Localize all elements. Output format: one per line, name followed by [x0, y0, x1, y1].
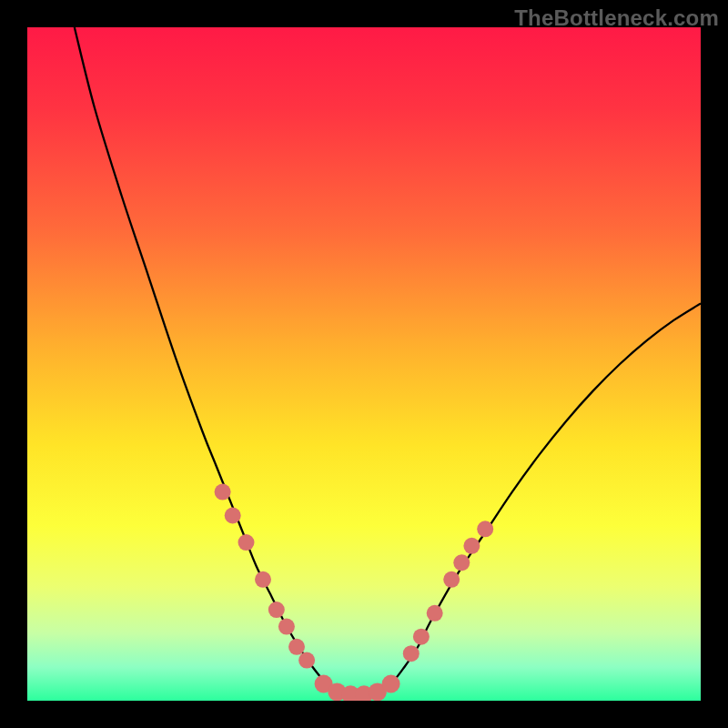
data-marker: [413, 629, 430, 645]
gradient-background: [27, 27, 701, 701]
data-marker: [298, 652, 315, 669]
chart-svg: [27, 27, 701, 701]
data-marker: [443, 571, 460, 588]
data-marker: [463, 538, 480, 554]
data-marker: [215, 484, 231, 500]
data-marker: [453, 554, 470, 571]
data-marker: [382, 675, 400, 693]
data-marker: [477, 521, 493, 537]
plot-area: [27, 27, 701, 701]
chart-frame: TheBottleneck.com: [0, 0, 728, 728]
data-marker: [255, 571, 271, 588]
data-marker: [427, 605, 443, 622]
watermark-text: TheBottleneck.com: [514, 5, 719, 31]
data-marker: [288, 639, 305, 655]
data-marker: [225, 508, 241, 524]
data-marker: [278, 619, 295, 635]
data-marker: [403, 645, 420, 662]
data-marker: [238, 534, 255, 551]
data-marker: [268, 602, 285, 618]
